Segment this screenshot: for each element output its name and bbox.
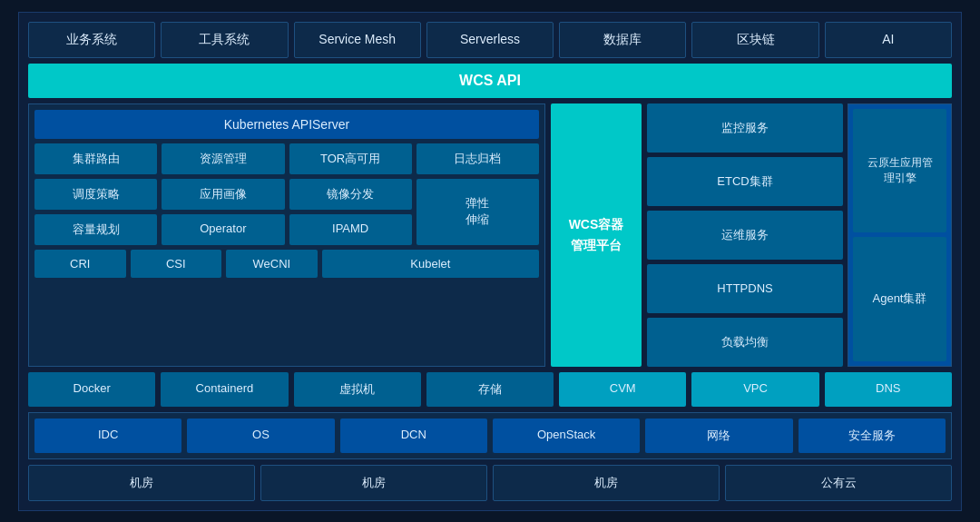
k8s-cell-8[interactable]: 容量规划 [34, 214, 157, 245]
k8s-cell-10[interactable]: IPAMD [289, 214, 412, 245]
service-box-3[interactable]: Serverless [426, 22, 554, 58]
idc-box-1[interactable]: OS [187, 419, 334, 453]
idc-box-4[interactable]: 网络 [645, 419, 792, 453]
service-box-4[interactable]: 数据库 [559, 22, 686, 58]
row-kubernetes: Kubernetes APIServer 集群路由 资源管理 TOR高可用 日志… [28, 103, 952, 367]
docker-box-3[interactable]: 存储 [426, 372, 554, 407]
k8s-cell-4[interactable]: 调度策略 [34, 179, 157, 210]
k8s-cell-3[interactable]: 日志归档 [416, 143, 539, 174]
service-box-2[interactable]: Service Mesh [294, 22, 421, 58]
k8s-cell-9[interactable]: Operator [162, 214, 284, 245]
main-container: 业务系统 工具系统 Service Mesh Serverless 数据库 区块… [18, 12, 962, 511]
k8s-cell-6[interactable]: 镜像分发 [289, 179, 412, 210]
k8s-bottom-kubelet[interactable]: Kubelet [322, 250, 539, 278]
docker-box-0[interactable]: Docker [28, 372, 155, 407]
row-docker: Docker Containerd 虚拟机 存储 CVM VPC DNS [28, 372, 952, 407]
wcs-container-block: WCS容器管理平台 [551, 103, 642, 367]
yunys-block: 云原生应用管理引擎 Agent集群 [848, 103, 952, 367]
row-wcs-api: WCS API [28, 64, 952, 98]
docker-box-4[interactable]: CVM [559, 372, 686, 407]
wcs-api-label: WCS API [28, 64, 952, 98]
k8s-bottom-csi[interactable]: CSI [131, 250, 222, 278]
right-services-col: 监控服务 ETCD集群 运维服务 HTTPDNS 负载均衡 [647, 103, 843, 367]
room-box-2[interactable]: 机房 [493, 465, 720, 501]
right-blocks: 监控服务 ETCD集群 运维服务 HTTPDNS 负载均衡 云原生应用管理引擎 … [647, 103, 952, 367]
yunys-title: 云原生应用管理引擎 [853, 109, 946, 233]
k8s-cell-0[interactable]: 集群路由 [34, 143, 157, 174]
service-box-1[interactable]: 工具系统 [161, 22, 288, 58]
docker-box-5[interactable]: VPC [691, 372, 818, 407]
service-box-5[interactable]: 区块链 [691, 22, 818, 58]
docker-box-6[interactable]: DNS [825, 372, 952, 407]
right-cell-4[interactable]: 负载均衡 [647, 318, 843, 367]
room-box-0[interactable]: 机房 [28, 465, 255, 501]
row-room: 机房 机房 机房 公有云 [28, 465, 952, 501]
right-cell-3[interactable]: HTTPDNS [647, 264, 843, 313]
right-cell-1[interactable]: ETCD集群 [647, 157, 843, 206]
k8s-cell-5[interactable]: 应用画像 [162, 179, 284, 210]
right-cell-2[interactable]: 运维服务 [647, 211, 843, 260]
k8s-bottom-row: CRI CSI WeCNI Kubelet [34, 250, 539, 278]
room-box-3[interactable]: 公有云 [725, 465, 952, 501]
idc-box-3[interactable]: OpenStack [493, 419, 640, 453]
k8s-bottom-cri[interactable]: CRI [34, 250, 126, 278]
k8s-cell-elastic[interactable]: 弹性伸缩 [416, 179, 539, 245]
k8s-cell-1[interactable]: 资源管理 [162, 143, 284, 174]
room-box-1[interactable]: 机房 [260, 465, 487, 501]
right-cell-0[interactable]: 监控服务 [647, 103, 843, 153]
agent-cell[interactable]: Agent集群 [853, 237, 946, 361]
row-idc: IDC OS DCN OpenStack 网络 安全服务 [28, 412, 952, 459]
row-services: 业务系统 工具系统 Service Mesh Serverless 数据库 区块… [28, 22, 952, 58]
k8s-grid: 集群路由 资源管理 TOR高可用 日志归档 调度策略 应用画像 镜像分发 弹性伸… [34, 143, 539, 245]
k8s-cell-2[interactable]: TOR高可用 [289, 143, 412, 174]
idc-box-5[interactable]: 安全服务 [799, 419, 946, 453]
docker-box-2[interactable]: 虚拟机 [294, 372, 421, 407]
k8s-apiserver-title: Kubernetes APIServer [34, 110, 539, 139]
idc-box-0[interactable]: IDC [34, 419, 181, 453]
service-box-6[interactable]: AI [825, 22, 952, 58]
docker-box-1[interactable]: Containerd [161, 372, 288, 407]
idc-box-2[interactable]: DCN [340, 419, 487, 453]
k8s-bottom-wecni[interactable]: WeCNI [226, 250, 318, 278]
service-box-0[interactable]: 业务系统 [28, 22, 155, 58]
wcs-container-label: WCS容器管理平台 [569, 214, 624, 255]
k8s-block: Kubernetes APIServer 集群路由 资源管理 TOR高可用 日志… [28, 103, 545, 367]
